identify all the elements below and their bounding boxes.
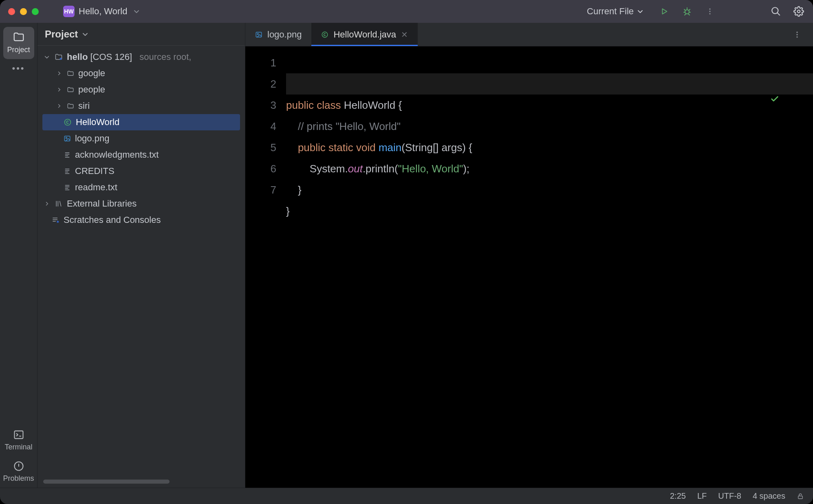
file-encoding[interactable]: UTF-8 [718, 491, 741, 501]
chevron-right-icon[interactable] [55, 87, 63, 92]
svg-point-17 [796, 34, 798, 35]
left-tool-strip: Project ••• Terminal Problems [0, 23, 37, 488]
chevron-down-icon[interactable] [130, 5, 143, 18]
folder-icon [67, 86, 74, 93]
tree-node-label: logo.png [75, 133, 109, 144]
svg-point-5 [798, 10, 800, 13]
close-tab-button[interactable]: ✕ [401, 30, 408, 40]
text-file-icon [64, 184, 71, 191]
tree-node-label: people [78, 84, 105, 95]
more-tools-button[interactable]: ••• [12, 63, 25, 74]
svg-point-12 [57, 221, 59, 223]
project-tree[interactable]: hello [COS 126] sources root, google peo… [37, 46, 245, 477]
debug-button[interactable] [681, 5, 693, 18]
svg-point-1 [709, 9, 710, 10]
text-file-icon [64, 167, 71, 175]
tree-root-note: sources root, [139, 52, 191, 62]
readonly-toggle[interactable] [797, 493, 804, 500]
line-number: 4 [245, 116, 276, 137]
line-number: 5 [245, 137, 276, 158]
tool-terminal-button[interactable]: Terminal [3, 425, 34, 456]
folder-icon [67, 102, 74, 110]
zoom-window-button[interactable] [32, 8, 39, 15]
main-area: Project ••• Terminal Problems Project [0, 23, 813, 488]
text-file-icon [64, 151, 71, 158]
svg-point-11 [66, 137, 67, 139]
editor-area: logo.png HelloWorld.java ✕ 1 2 3 [245, 23, 813, 488]
editor-tab[interactable]: HelloWorld.java ✕ [311, 23, 418, 46]
minimize-window-button[interactable] [20, 8, 27, 15]
scratches-icon [51, 216, 59, 224]
svg-point-0 [685, 10, 689, 14]
line-number: 3 [245, 95, 276, 116]
caret-position[interactable]: 2:25 [670, 491, 686, 501]
settings-button[interactable] [793, 5, 805, 18]
line-separator[interactable]: LF [697, 491, 707, 501]
editor-tab-bar: logo.png HelloWorld.java ✕ [245, 23, 813, 46]
java-class-icon [321, 31, 328, 38]
image-file-icon [64, 135, 71, 142]
project-pane-header[interactable]: Project [37, 23, 245, 46]
ide-window: HW Hello, World Current File [0, 0, 813, 504]
chevron-right-icon[interactable] [55, 103, 63, 108]
java-class-icon [64, 118, 72, 126]
image-file-icon [255, 31, 262, 38]
run-config-label: Current File [587, 6, 634, 17]
more-actions-button[interactable] [704, 5, 716, 18]
tree-file-node[interactable]: acknowledgments.txt [37, 147, 245, 163]
tool-project-button[interactable]: Project [3, 27, 34, 59]
project-selector[interactable]: Hello, World [79, 6, 127, 17]
tree-folder-node[interactable]: people [37, 81, 245, 98]
chevron-right-icon[interactable] [43, 201, 51, 206]
tree-folder-node[interactable]: google [37, 65, 245, 81]
run-config-selector[interactable]: Current File [583, 4, 648, 19]
library-icon [55, 200, 63, 208]
svg-point-15 [322, 32, 328, 37]
tree-node-label: google [78, 68, 105, 79]
chevron-right-icon[interactable] [55, 71, 63, 76]
tree-node-label: readme.txt [75, 182, 117, 193]
search-everywhere-button[interactable] [770, 5, 782, 18]
line-number: 1 [245, 52, 276, 73]
chevron-down-icon[interactable] [43, 54, 51, 60]
tree-folder-node[interactable]: siri [37, 98, 245, 114]
tree-node-label: Scratches and Consoles [64, 215, 161, 225]
folder-icon [13, 31, 25, 43]
tree-file-node[interactable]: logo.png [37, 130, 245, 147]
tree-file-node[interactable]: HelloWorld [42, 114, 240, 130]
code-editor[interactable]: 1 2 3 4 5 6 7 public class HelloWorld { … [245, 46, 813, 488]
svg-point-9 [65, 119, 71, 125]
tool-terminal-label: Terminal [4, 443, 32, 451]
tree-file-node[interactable]: readme.txt [37, 179, 245, 196]
tree-scratches[interactable]: Scratches and Consoles [37, 212, 245, 228]
svg-point-8 [60, 58, 62, 60]
run-button[interactable] [658, 5, 670, 18]
tree-root-node[interactable]: hello [COS 126] sources root, [37, 49, 245, 65]
svg-point-2 [709, 11, 710, 12]
module-folder-icon [55, 53, 63, 61]
horizontal-scrollbar[interactable] [43, 480, 170, 484]
tree-node-label: CREDITS [75, 166, 115, 176]
tree-file-node[interactable]: CREDITS [37, 163, 245, 179]
code-content[interactable]: public class HelloWorld { // prints "Hel… [286, 46, 813, 488]
editor-tab[interactable]: logo.png [245, 23, 311, 46]
chevron-down-icon [82, 31, 88, 37]
tree-node-label: siri [78, 101, 90, 111]
current-line-highlight [286, 73, 813, 95]
tool-problems-button[interactable]: Problems [3, 456, 34, 488]
svg-point-16 [796, 31, 798, 33]
tool-problems-label: Problems [3, 474, 34, 483]
svg-rect-19 [798, 496, 803, 499]
project-badge: HW [63, 6, 75, 17]
close-window-button[interactable] [8, 8, 15, 15]
tab-more-button[interactable] [791, 29, 803, 41]
tree-node-label: acknowledgments.txt [75, 150, 159, 160]
tool-project-label: Project [7, 46, 30, 54]
project-name-label: Hello, World [79, 6, 127, 16]
indent-settings[interactable]: 4 spaces [753, 491, 785, 501]
tree-root-label: hello [COS 126] [67, 52, 132, 62]
folder-icon [67, 70, 74, 77]
title-bar: HW Hello, World Current File [0, 0, 813, 23]
tree-external-libs[interactable]: External Libraries [37, 196, 245, 212]
svg-point-18 [796, 36, 798, 37]
